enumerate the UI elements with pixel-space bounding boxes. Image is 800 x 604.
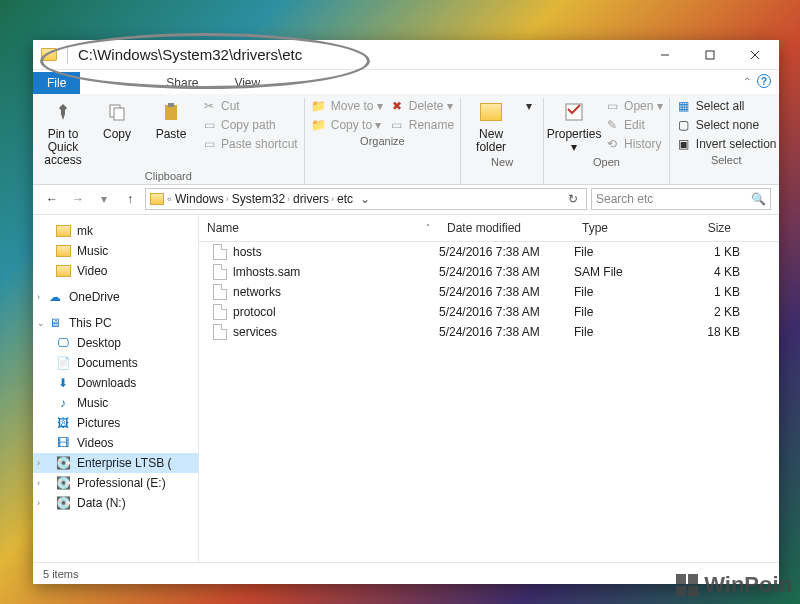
tab-file[interactable]: File xyxy=(33,72,80,94)
column-header-type[interactable]: Type xyxy=(574,215,662,241)
sidebar-this-pc[interactable]: ⌄🖥This PC xyxy=(33,313,198,333)
group-label: Organize xyxy=(360,135,405,147)
select-none-button[interactable]: ▢Select none xyxy=(676,117,777,133)
up-button[interactable]: ↑ xyxy=(119,188,141,210)
column-header-date[interactable]: Date modified xyxy=(439,215,574,241)
edit-icon: ✎ xyxy=(604,117,620,133)
window-title-path: C:\Windows\System32\drivers\etc xyxy=(72,44,642,65)
file-name: protocol xyxy=(233,305,276,319)
svg-rect-6 xyxy=(165,105,177,120)
pin-icon xyxy=(49,98,77,126)
open-icon: ▭ xyxy=(604,98,620,114)
folder-icon xyxy=(55,264,71,278)
sidebar-item[interactable]: 🎞Videos xyxy=(33,433,198,453)
chevron-right-icon[interactable]: › xyxy=(37,292,40,302)
sidebar-item[interactable]: 🖼Pictures xyxy=(33,413,198,433)
help-icon[interactable]: ? xyxy=(757,74,771,88)
file-date: 5/24/2016 7:38 AM xyxy=(439,325,574,339)
divider xyxy=(67,46,68,64)
chevron-right-icon[interactable]: › xyxy=(37,498,40,508)
address-dropdown-icon[interactable]: ⌄ xyxy=(356,192,374,206)
sidebar-item[interactable]: mk xyxy=(33,221,198,241)
copy-path-icon: ▭ xyxy=(201,117,217,133)
file-name: networks xyxy=(233,285,281,299)
recent-locations-button[interactable]: ▾ xyxy=(93,188,115,210)
tab-share[interactable]: Share xyxy=(148,72,216,94)
sidebar-item[interactable]: 📄Documents xyxy=(33,353,198,373)
ribbon-group-clipboard: Pin to Quick access Copy Paste ✂Cut ▭Cop… xyxy=(39,98,305,184)
copy-path-button[interactable]: ▭Copy path xyxy=(201,117,298,133)
refresh-button[interactable]: ↻ xyxy=(564,192,582,206)
sidebar-item[interactable]: Video xyxy=(33,261,198,281)
breadcrumb-root[interactable]: « xyxy=(167,194,172,204)
music-icon: ♪ xyxy=(55,396,71,410)
properties-button[interactable]: Properties ▾ xyxy=(550,98,598,154)
forward-button[interactable]: → xyxy=(67,188,89,210)
group-label: Open xyxy=(593,156,620,168)
maximize-button[interactable] xyxy=(687,41,732,69)
file-row[interactable]: services5/24/2016 7:38 AMFile18 KB xyxy=(199,322,779,342)
sidebar-item[interactable]: ›💽Professional (E:) xyxy=(33,473,198,493)
copy-button[interactable]: Copy xyxy=(93,98,141,141)
select-all-button[interactable]: ▦Select all xyxy=(676,98,777,114)
sidebar-item[interactable]: 🖵Desktop xyxy=(33,333,198,353)
videos-icon: 🎞 xyxy=(55,436,71,450)
sidebar-item[interactable]: ›💽Data (N:) xyxy=(33,493,198,513)
paste-button[interactable]: Paste xyxy=(147,98,195,141)
paste-label: Paste xyxy=(156,128,187,141)
svg-rect-5 xyxy=(114,108,124,120)
search-icon[interactable]: 🔍 xyxy=(751,192,766,206)
documents-icon: 📄 xyxy=(55,356,71,370)
chevron-right-icon[interactable]: › xyxy=(37,478,40,488)
invert-selection-button[interactable]: ▣Invert selection xyxy=(676,136,777,152)
rename-button[interactable]: ▭Rename xyxy=(389,117,454,133)
drive-icon: 💽 xyxy=(55,496,71,510)
open-button[interactable]: ▭Open ▾ xyxy=(604,98,663,114)
sidebar-item[interactable]: ⬇Downloads xyxy=(33,373,198,393)
breadcrumb[interactable]: etc xyxy=(337,192,353,206)
new-folder-button[interactable]: New folder xyxy=(467,98,515,154)
edit-button[interactable]: ✎Edit xyxy=(604,117,663,133)
file-row[interactable]: hosts5/24/2016 7:38 AMFile1 KB xyxy=(199,242,779,262)
sidebar-item[interactable]: Music xyxy=(33,241,198,261)
copy-to-button[interactable]: 📁Copy to ▾ xyxy=(311,117,383,133)
cut-button[interactable]: ✂Cut xyxy=(201,98,298,114)
paste-shortcut-button[interactable]: ▭Paste shortcut xyxy=(201,136,298,152)
column-header-name[interactable]: Name˄ xyxy=(199,215,439,241)
title-bar: C:\Windows\System32\drivers\etc xyxy=(33,40,779,70)
chevron-down-icon[interactable]: ⌄ xyxy=(37,318,45,328)
address-bar[interactable]: « Windows› System32› drivers› etc ⌄ ↻ xyxy=(145,188,587,210)
breadcrumb[interactable]: Windows› xyxy=(175,192,229,206)
file-row[interactable]: protocol5/24/2016 7:38 AMFile2 KB xyxy=(199,302,779,322)
collapse-ribbon-icon[interactable]: ⌃ xyxy=(743,76,751,87)
folder-icon xyxy=(55,244,71,258)
column-header-size[interactable]: Size xyxy=(662,215,740,241)
sidebar-onedrive[interactable]: ›☁OneDrive xyxy=(33,287,198,307)
minimize-button[interactable] xyxy=(642,41,687,69)
search-box[interactable]: 🔍 xyxy=(591,188,771,210)
nav-sidebar: mk Music Video ›☁OneDrive ⌄🖥This PC 🖵Des… xyxy=(33,215,199,562)
pictures-icon: 🖼 xyxy=(55,416,71,430)
back-button[interactable]: ← xyxy=(41,188,63,210)
new-item-button[interactable]: ▾ xyxy=(521,98,537,114)
delete-button[interactable]: ✖Delete ▾ xyxy=(389,98,454,114)
move-to-button[interactable]: 📁Move to ▾ xyxy=(311,98,383,114)
file-row[interactable]: networks5/24/2016 7:38 AMFile1 KB xyxy=(199,282,779,302)
search-input[interactable] xyxy=(596,192,751,206)
breadcrumb[interactable]: System32› xyxy=(232,192,290,206)
history-icon: ⟲ xyxy=(604,136,620,152)
select-none-icon: ▢ xyxy=(676,117,692,133)
tab-view[interactable]: View xyxy=(216,72,278,94)
sidebar-item[interactable]: ›💽Enterprise LTSB ( xyxy=(33,453,198,473)
content-area: mk Music Video ›☁OneDrive ⌄🖥This PC 🖵Des… xyxy=(33,215,779,562)
file-row[interactable]: lmhosts.sam5/24/2016 7:38 AMSAM File4 KB xyxy=(199,262,779,282)
pin-quick-access-button[interactable]: Pin to Quick access xyxy=(39,98,87,168)
close-button[interactable] xyxy=(732,41,777,69)
sidebar-item[interactable]: ♪Music xyxy=(33,393,198,413)
history-button[interactable]: ⟲History xyxy=(604,136,663,152)
chevron-right-icon: « xyxy=(167,194,172,204)
breadcrumb[interactable]: drivers› xyxy=(293,192,334,206)
chevron-right-icon[interactable]: › xyxy=(37,458,40,468)
file-name: services xyxy=(233,325,277,339)
chevron-right-icon: › xyxy=(226,194,229,204)
